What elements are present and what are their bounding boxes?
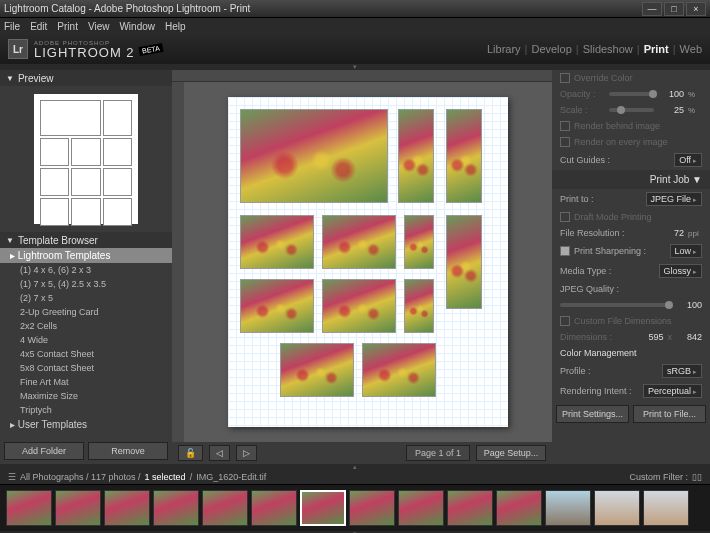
preview-panel-header[interactable]: ▼ Preview <box>0 70 172 86</box>
print-to-file-button[interactable]: Print to File... <box>633 405 706 423</box>
sharpening-checkbox[interactable]: ✓ <box>560 246 570 256</box>
render-behind-checkbox[interactable] <box>560 121 570 131</box>
template-group-lightroom[interactable]: ▸ Lightroom Templates <box>0 248 172 263</box>
template-group-user[interactable]: ▸ User Templates <box>0 417 172 432</box>
filmstrip-thumb[interactable] <box>104 490 150 526</box>
template-item[interactable]: Maximize Size <box>0 389 172 403</box>
minimize-button[interactable]: — <box>642 2 662 16</box>
print-cell[interactable] <box>446 215 482 309</box>
module-print[interactable]: Print <box>644 43 669 55</box>
grid-view-icon[interactable]: ☰ <box>8 472 16 482</box>
print-cell[interactable] <box>404 279 434 333</box>
print-cell[interactable] <box>362 343 436 397</box>
print-cell[interactable] <box>240 279 314 333</box>
rendering-intent-dropdown[interactable]: Perceptual <box>643 384 702 398</box>
disclosure-triangle-icon: ▼ <box>6 236 14 245</box>
cut-guides-label: Cut Guides : <box>560 155 670 165</box>
print-job-header[interactable]: Print Job ▼ <box>552 170 710 189</box>
template-list: ▸ Lightroom Templates (1) 4 x 6, (6) 2 x… <box>0 248 172 438</box>
print-page[interactable] <box>228 97 508 427</box>
close-button[interactable]: × <box>686 2 706 16</box>
render-every-checkbox[interactable] <box>560 137 570 147</box>
left-panel: ▼ Preview ▼ Template Browser ▸ Lightroom… <box>0 70 172 464</box>
media-type-dropdown[interactable]: Glossy <box>659 264 702 278</box>
beta-badge: BETA <box>138 43 163 56</box>
template-item[interactable]: Triptych <box>0 403 172 417</box>
profile-dropdown[interactable]: sRGB <box>662 364 702 378</box>
module-library[interactable]: Library <box>487 43 521 55</box>
disclosure-triangle-icon: ▼ <box>6 74 14 83</box>
filmstrip-thumb[interactable] <box>349 490 395 526</box>
remove-button[interactable]: Remove <box>88 442 168 460</box>
filmstrip-thumb[interactable] <box>153 490 199 526</box>
filmstrip-thumb[interactable] <box>643 490 689 526</box>
jpeg-quality-slider[interactable] <box>560 303 672 307</box>
next-page-button[interactable]: ▷ <box>236 445 257 461</box>
ruler-vertical <box>172 82 184 442</box>
filmstrip-thumb[interactable] <box>594 490 640 526</box>
module-slideshow[interactable]: Slideshow <box>583 43 633 55</box>
template-item[interactable]: 4 Wide <box>0 333 172 347</box>
filmstrip[interactable] <box>0 484 710 531</box>
print-cell[interactable] <box>398 109 434 203</box>
print-settings-button[interactable]: Print Settings... <box>556 405 629 423</box>
add-folder-button[interactable]: Add Folder <box>4 442 84 460</box>
print-cell[interactable] <box>240 215 314 269</box>
custom-dimensions-checkbox[interactable] <box>560 316 570 326</box>
override-color-label: Override Color <box>574 73 702 83</box>
sharpening-dropdown[interactable]: Low <box>670 244 702 258</box>
template-item[interactable]: (1) 4 x 6, (6) 2 x 3 <box>0 263 172 277</box>
filmstrip-thumb[interactable] <box>6 490 52 526</box>
print-cell[interactable] <box>322 279 396 333</box>
template-browser-title: Template Browser <box>18 235 98 246</box>
dimensions-width[interactable]: 595 <box>638 332 664 342</box>
template-item[interactable]: 5x8 Contact Sheet <box>0 361 172 375</box>
rendering-intent-label: Rendering Intent : <box>560 386 639 396</box>
jpeg-quality-value: 100 <box>676 300 702 310</box>
filmstrip-thumb[interactable] <box>55 490 101 526</box>
print-cell[interactable] <box>446 109 482 203</box>
cut-guides-dropdown[interactable]: Off <box>674 153 702 167</box>
lock-button[interactable]: 🔓 <box>178 445 203 461</box>
menu-view[interactable]: View <box>88 21 110 32</box>
menu-print[interactable]: Print <box>57 21 78 32</box>
prev-page-button[interactable]: ◁ <box>209 445 230 461</box>
opacity-slider[interactable] <box>609 92 654 96</box>
filmstrip-thumb[interactable] <box>251 490 297 526</box>
breadcrumb-path[interactable]: All Photographs / 117 photos / <box>20 472 141 482</box>
filmstrip-thumb[interactable] <box>545 490 591 526</box>
menu-help[interactable]: Help <box>165 21 186 32</box>
menu-window[interactable]: Window <box>119 21 155 32</box>
draft-mode-checkbox[interactable] <box>560 212 570 222</box>
menu-file[interactable]: File <box>4 21 20 32</box>
module-web[interactable]: Web <box>680 43 702 55</box>
module-develop[interactable]: Develop <box>531 43 571 55</box>
ruler-horizontal <box>172 70 552 82</box>
dimensions-height[interactable]: 842 <box>676 332 702 342</box>
maximize-button[interactable]: □ <box>664 2 684 16</box>
scale-slider[interactable] <box>609 108 654 112</box>
filmstrip-thumb[interactable] <box>398 490 444 526</box>
filmstrip-thumb[interactable] <box>202 490 248 526</box>
file-resolution-value[interactable]: 72 <box>658 228 684 238</box>
filmstrip-thumb[interactable] <box>447 490 493 526</box>
template-item[interactable]: 4x5 Contact Sheet <box>0 347 172 361</box>
selection-count: 1 selected <box>145 472 186 482</box>
menu-edit[interactable]: Edit <box>30 21 47 32</box>
filmstrip-thumb-selected[interactable] <box>300 490 346 526</box>
print-to-dropdown[interactable]: JPEG File <box>646 192 702 206</box>
print-cell[interactable] <box>322 215 396 269</box>
override-color-checkbox[interactable] <box>560 73 570 83</box>
template-item[interactable]: (1) 7 x 5, (4) 2.5 x 3.5 <box>0 277 172 291</box>
template-item[interactable]: (2) 7 x 5 <box>0 291 172 305</box>
template-item[interactable]: Fine Art Mat <box>0 375 172 389</box>
print-cell[interactable] <box>280 343 354 397</box>
page-setup-button[interactable]: Page Setup... <box>476 445 546 461</box>
filter-icons[interactable]: ▯▯ <box>692 472 702 482</box>
print-cell[interactable] <box>404 215 434 269</box>
template-browser-header[interactable]: ▼ Template Browser <box>0 232 172 248</box>
filmstrip-thumb[interactable] <box>496 490 542 526</box>
print-cell[interactable] <box>240 109 388 203</box>
template-item[interactable]: 2x2 Cells <box>0 319 172 333</box>
template-item[interactable]: 2-Up Greeting Card <box>0 305 172 319</box>
